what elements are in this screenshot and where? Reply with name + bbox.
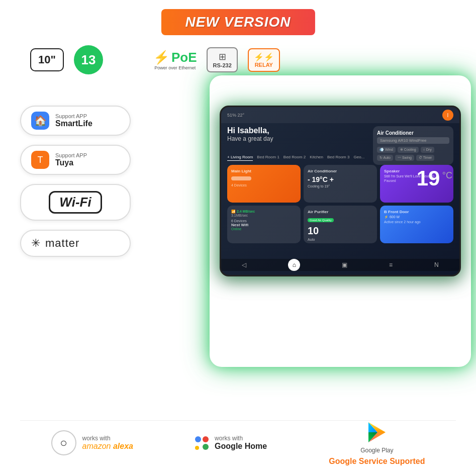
- tablet-screen: 51% 22° I Hi Isabella, Have a great day …: [221, 107, 459, 275]
- wifi-badge: Wi-Fi: [20, 184, 131, 221]
- sh-card-ac: Air Conditioner - 19°C + Cooling to 19°: [304, 165, 377, 203]
- relay-icon: ⚡⚡: [254, 52, 274, 62]
- left-badges: 🏠 Support APP SmartLife T Support APP Tu…: [20, 106, 131, 257]
- tablet-device: 51% 22° I Hi Isabella, Have a great day …: [215, 80, 466, 362]
- sh-greeting: Hi Isabella, Have a great day: [227, 126, 273, 142]
- new-version-banner: NEW VERSION: [161, 9, 315, 35]
- smartlife-badge: 🏠 Support APP SmartLife: [20, 106, 131, 136]
- google-dots-icon: [195, 436, 209, 450]
- matter-icon: ✳: [31, 237, 40, 250]
- sh-nav-back: ◁: [242, 261, 246, 268]
- sh-nav-menu: ≡: [389, 261, 393, 268]
- wifi-label: Wi-Fi: [49, 191, 102, 214]
- rs232-badge: ⊞ RS-232: [207, 47, 237, 72]
- tuya-icon: T: [31, 151, 49, 169]
- sh-nav-bar: ◁ ⌂ ▣ ≡ N: [221, 259, 459, 271]
- sh-nav-extra: N: [434, 261, 439, 268]
- smartlife-icon: 🏠: [31, 112, 49, 130]
- sh-nav-home: ⌂: [288, 259, 300, 271]
- matter-badge: ✳ matter: [20, 230, 131, 257]
- rs232-icon: ⊞: [219, 51, 226, 62]
- sh-ac-panel: Air Conditioner Samsung AR10 WindFree 💨 …: [373, 126, 453, 165]
- alexa-badge: ○ works with amazon alexa: [51, 430, 133, 455]
- sh-card-purifier: Air Purifier Good Air Quality 10 Auto: [304, 206, 377, 243]
- sh-header: 51% 22° I: [221, 107, 459, 123]
- sh-temp-display: 19 °C: [417, 166, 452, 191]
- android-badge: 13: [74, 45, 103, 74]
- google-play-icon: [364, 420, 390, 445]
- google-play-section: Google Play Google Service Suported: [329, 420, 425, 466]
- features-row: 10" 13 ⚡ PoE Power over Ethernet ⊞ RS-23…: [30, 45, 446, 74]
- tuya-badge: T Support APP Tuya: [20, 145, 131, 175]
- bottom-section: ○ works with amazon alexa works with Goo…: [0, 420, 476, 466]
- banner-text: NEW VERSION: [185, 14, 291, 30]
- google-home-badge: works with Google Home: [195, 435, 267, 451]
- poe-badge: ⚡ PoE Power over Ethernet: [153, 50, 197, 70]
- google-play-badge: Google Play: [360, 420, 393, 454]
- sh-nav-apps: ▣: [342, 261, 347, 268]
- sh-avatar: I: [442, 110, 453, 121]
- tablet-outer: 51% 22° I Hi Isabella, Have a great day …: [220, 106, 461, 276]
- alexa-icon: ○: [51, 430, 76, 455]
- size-badge: 10": [30, 48, 64, 71]
- ac-controls: 💨 Wind ❄ Cooling ○ Dry ↻ Auto 〰 Swing ⏱ …: [377, 147, 449, 161]
- lightning-icon: ⚡: [153, 50, 169, 65]
- sh-card-door: B Front Door ⚡ 600 W Active since 2 hour…: [380, 206, 453, 243]
- sh-card-wifi: 📶 2.4 MB/sec 3.1MB/sec 6 Devices Nest Wi…: [227, 206, 301, 243]
- sh-card-mainlight: Main Light 4 Devices: [227, 165, 301, 203]
- sh-tabs: + Living Room Bed Room 1 Bed Room 2 Kitc…: [227, 155, 364, 161]
- relay-badge: ⚡⚡ RELAY: [248, 48, 280, 72]
